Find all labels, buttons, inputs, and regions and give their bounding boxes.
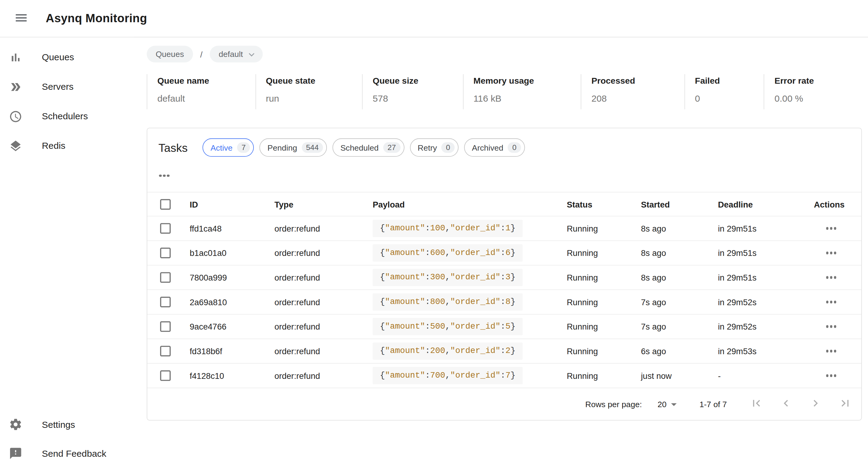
last-page-button[interactable] xyxy=(832,391,859,417)
row-actions-menu-button[interactable] xyxy=(826,344,836,358)
pagination-range: 1-7 of 7 xyxy=(700,400,727,408)
stat-value: 0.00 % xyxy=(775,93,857,104)
row-checkbox-cell xyxy=(147,223,190,234)
task-status: Running xyxy=(567,248,641,258)
sidebar-item-label: Schedulers xyxy=(42,111,88,122)
sidebar-item-queues[interactable]: Queues xyxy=(0,42,134,72)
breadcrumb-current-label: default xyxy=(219,50,243,58)
task-id: b1ac01a0 xyxy=(190,248,275,258)
task-started: 8s ago xyxy=(641,273,718,282)
page-title: Asynq Monitoring xyxy=(45,11,147,25)
task-deadline: in 29m51s xyxy=(718,224,814,233)
tab-pending[interactable]: Pending 544 xyxy=(259,138,327,157)
row-checkbox[interactable] xyxy=(160,272,171,283)
app-window: Asynq Monitoring Queues Servers Schedul xyxy=(0,0,868,468)
row-checkbox[interactable] xyxy=(160,248,171,258)
task-status: Running xyxy=(567,224,641,233)
tasks-card: Tasks Active 7 Pending 544 Scheduled 27 xyxy=(147,128,862,420)
tab-retry[interactable]: Retry 0 xyxy=(410,138,459,157)
row-actions-menu-button[interactable] xyxy=(826,369,836,382)
select-all-checkbox[interactable] xyxy=(160,199,171,209)
row-checkbox-cell xyxy=(147,370,190,381)
task-type: order:refund xyxy=(275,346,373,356)
task-deadline: in 29m52s xyxy=(718,322,814,331)
sidebar-item-label: Redis xyxy=(42,141,65,151)
task-payload: {"amount":200,"order_id":2} xyxy=(373,342,523,360)
row-actions-menu-button[interactable] xyxy=(826,222,836,235)
task-status: Running xyxy=(567,346,641,356)
tasks-more-menu-button[interactable] xyxy=(159,169,169,182)
more-horiz-icon xyxy=(826,325,836,328)
feedback-icon xyxy=(9,447,22,460)
row-checkbox-cell xyxy=(147,346,190,356)
more-horiz-icon xyxy=(826,227,836,229)
task-status: Running xyxy=(567,273,641,282)
column-header-payload: Payload xyxy=(373,199,567,209)
row-checkbox[interactable] xyxy=(160,346,171,356)
row-actions-menu-button[interactable] xyxy=(826,295,836,309)
row-checkbox[interactable] xyxy=(160,370,171,381)
dropdown-arrow-icon xyxy=(671,403,677,406)
task-deadline: in 29m52s xyxy=(718,297,814,307)
row-actions-menu-button[interactable] xyxy=(826,271,836,284)
main-content: Queues / default Queue name default Queu… xyxy=(134,37,868,468)
table-row: fd318b6forder:refund{"amount":200,"order… xyxy=(147,339,861,364)
stat-failed: Failed 0 xyxy=(684,74,764,109)
rows-per-page-value: 20 xyxy=(657,400,666,408)
breadcrumb-queues-chip[interactable]: Queues xyxy=(147,45,193,62)
tab-archived[interactable]: Archived 0 xyxy=(464,138,525,157)
sidebar-item-redis[interactable]: Redis xyxy=(0,131,134,161)
first-page-button[interactable] xyxy=(743,391,770,417)
column-header-deadline: Deadline xyxy=(718,199,814,209)
sidebar-item-settings[interactable]: Settings xyxy=(0,410,134,439)
breadcrumb-queue-select-chip[interactable]: default xyxy=(210,45,262,62)
row-checkbox[interactable] xyxy=(160,223,171,234)
chevron-down-icon xyxy=(246,49,257,60)
task-deadline: in 29m51s xyxy=(718,273,814,282)
row-checkbox[interactable] xyxy=(160,297,171,307)
layers-icon xyxy=(9,139,22,152)
table-row: 7800a999order:refund{"amount":300,"order… xyxy=(147,266,861,290)
stat-memory-usage: Memory usage 116 kB xyxy=(463,74,581,109)
task-started: 6s ago xyxy=(641,346,718,356)
task-id: 9ace4766 xyxy=(190,322,275,331)
bar-chart-icon xyxy=(9,51,22,64)
sidebar-item-schedulers[interactable]: Schedulers xyxy=(0,102,134,131)
row-checkbox-cell xyxy=(147,272,190,283)
task-type: order:refund xyxy=(275,322,373,331)
task-payload: {"amount":800,"order_id":8} xyxy=(373,293,523,311)
task-deadline: in 29m53s xyxy=(718,346,814,356)
task-payload-cell: {"amount":100,"order_id":1} xyxy=(373,220,567,237)
stat-label: Processed xyxy=(591,76,679,86)
tab-active[interactable]: Active 7 xyxy=(203,138,254,157)
prev-page-button[interactable] xyxy=(773,391,800,417)
breadcrumb-separator: / xyxy=(200,49,203,59)
next-page-button[interactable] xyxy=(802,391,829,417)
hamburger-menu-button[interactable] xyxy=(13,11,29,26)
stat-label: Memory usage xyxy=(473,76,576,86)
clock-icon xyxy=(9,110,22,123)
tasks-table: ID Type Payload Status Started Deadline … xyxy=(147,192,861,388)
row-checkbox-cell xyxy=(147,248,190,258)
task-actions-cell xyxy=(814,295,861,309)
stat-value: 116 kB xyxy=(473,93,576,104)
row-actions-menu-button[interactable] xyxy=(826,320,836,333)
column-header-actions: Actions xyxy=(814,199,862,209)
double-arrow-icon xyxy=(9,80,22,93)
task-type: order:refund xyxy=(275,248,373,258)
task-actions-cell xyxy=(814,344,861,358)
stat-label: Queue name xyxy=(157,76,250,86)
stat-value: run xyxy=(266,93,356,104)
row-checkbox-cell xyxy=(147,297,190,307)
tab-scheduled[interactable]: Scheduled 27 xyxy=(333,138,404,157)
task-payload-cell: {"amount":600,"order_id":6} xyxy=(373,244,567,262)
row-actions-menu-button[interactable] xyxy=(826,246,836,259)
task-type: order:refund xyxy=(275,297,373,307)
sidebar-item-send-feedback[interactable]: Send Feedback xyxy=(0,439,134,468)
tab-label: Active xyxy=(211,143,232,152)
row-checkbox[interactable] xyxy=(160,321,171,332)
rows-per-page-select[interactable]: 20 xyxy=(657,400,677,408)
sidebar-item-servers[interactable]: Servers xyxy=(0,72,134,101)
task-status: Running xyxy=(567,322,641,331)
stat-queue-state: Queue state run xyxy=(255,74,362,109)
